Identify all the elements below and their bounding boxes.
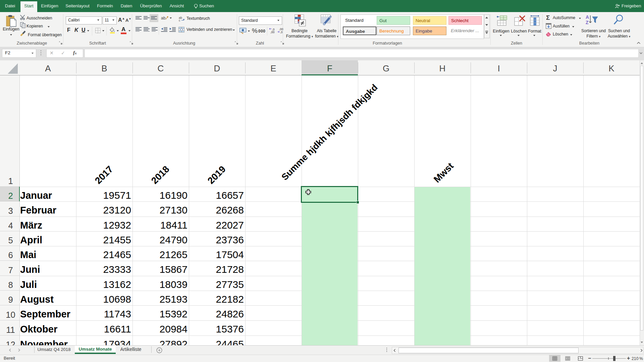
svg-text:c: c [179, 19, 180, 21]
svg-text:,00: ,00 [270, 31, 275, 34]
svg-text:A: A [586, 14, 589, 20]
svg-text:ab: ab [161, 16, 166, 20]
svg-text:Z: Z [586, 20, 589, 25]
